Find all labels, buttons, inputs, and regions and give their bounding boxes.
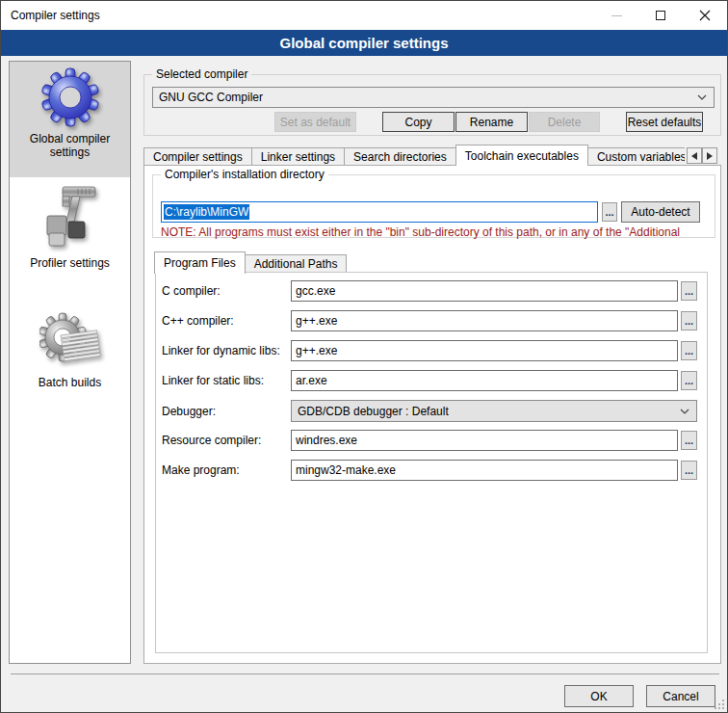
minimize-icon: [611, 15, 622, 16]
auto-detect-button[interactable]: Auto-detect: [621, 201, 700, 223]
maximize-icon: [656, 11, 665, 20]
sidebar-item-global-compiler-settings[interactable]: Global compiler settings: [10, 62, 130, 177]
selected-compiler-dropdown[interactable]: GNU GCC Compiler: [152, 87, 715, 108]
chevron-down-icon: [697, 94, 707, 100]
make-program-browse-button[interactable]: ...: [681, 461, 697, 480]
resource-compiler-browse-button[interactable]: ...: [681, 431, 697, 450]
close-button[interactable]: [683, 1, 727, 30]
tab-compiler-settings[interactable]: Compiler settings: [143, 147, 252, 166]
linker-dynamic-label: Linker for dynamic libs:: [162, 344, 280, 357]
tab-program-files[interactable]: Program Files: [154, 251, 246, 274]
linker-static-label: Linker for static libs:: [162, 374, 264, 387]
compiler-options-tabs: Compiler settings Linker settings Search…: [143, 145, 685, 166]
toolchain-executables-page: Compiler's installation directory C:\ray…: [143, 165, 721, 664]
arrow-right-icon: [707, 152, 713, 160]
reset-defaults-button[interactable]: Reset defaults: [626, 112, 703, 132]
linker-dynamic-browse-button[interactable]: ...: [681, 341, 697, 360]
tab-additional-paths[interactable]: Additional Paths: [245, 254, 348, 273]
resize-grip[interactable]: [715, 700, 724, 709]
c-compiler-browse-button[interactable]: ...: [681, 281, 697, 301]
make-program-input[interactable]: [291, 460, 678, 481]
installation-directory-group-label: Compiler's installation directory: [161, 168, 328, 181]
sidebar-item-label: Global compiler settings: [10, 132, 130, 159]
sidebar-item-label: Batch builds: [39, 376, 101, 389]
minimize-button[interactable]: [594, 1, 638, 30]
blue-gear-icon: [39, 66, 101, 128]
sidebar-item-label: Profiler settings: [30, 256, 110, 270]
arrow-left-icon: [691, 152, 697, 160]
ok-button[interactable]: OK: [564, 685, 634, 707]
chevron-down-icon: [680, 409, 689, 414]
debugger-dropdown[interactable]: GDB/CDB debugger : Default: [291, 400, 697, 422]
sidebar-item-batch-builds[interactable]: Batch builds: [10, 308, 130, 405]
tab-scroll-right-button[interactable]: [702, 147, 717, 164]
set-as-default-button[interactable]: Set as default: [274, 112, 356, 132]
resource-compiler-label: Resource compiler:: [162, 434, 261, 447]
tab-custom-variables[interactable]: Custom variables: [587, 147, 685, 166]
make-program-label: Make program:: [162, 463, 240, 477]
selected-compiler-group-label: Selected compiler: [152, 67, 251, 81]
maximize-button[interactable]: [638, 1, 683, 30]
cpp-compiler-input[interactable]: [291, 310, 678, 331]
delete-button[interactable]: Delete: [529, 112, 600, 132]
installation-directory-group: Compiler's installation directory C:\ray…: [152, 174, 715, 238]
tab-toolchain-executables[interactable]: Toolchain executables: [455, 145, 588, 166]
titlebar[interactable]: Compiler settings: [1, 1, 727, 30]
tab-scroll-left-button[interactable]: [687, 147, 702, 164]
window-title: Compiler settings: [11, 9, 100, 22]
cancel-button[interactable]: Cancel: [646, 685, 715, 707]
footer-divider: [11, 673, 719, 674]
installation-note: NOTE: All programs must exist either in …: [161, 225, 710, 239]
selected-compiler-group: Selected compiler GNU GCC Compiler Set a…: [143, 74, 721, 136]
tab-linker-settings[interactable]: Linker settings: [251, 147, 345, 166]
rename-button[interactable]: Rename: [455, 112, 528, 132]
tab-search-directories[interactable]: Search directories: [344, 147, 456, 166]
sidebar-item-profiler-settings[interactable]: Profiler settings: [10, 183, 130, 281]
debugger-label: Debugger:: [162, 405, 216, 418]
resource-compiler-input[interactable]: [291, 430, 678, 451]
banner-title: Global compiler settings: [279, 35, 448, 51]
gray-gear-stack-icon: [39, 308, 101, 372]
cpp-compiler-browse-button[interactable]: ...: [681, 311, 697, 330]
dialog-banner: Global compiler settings: [1, 30, 727, 56]
c-compiler-input[interactable]: [291, 280, 678, 302]
program-files-tabs: Program Files Additional Paths: [155, 251, 347, 273]
debugger-value: GDB/CDB debugger : Default: [298, 405, 449, 418]
installation-directory-input[interactable]: C:\raylib\MinGW: [161, 201, 598, 223]
installation-directory-value: C:\raylib\MinGW: [164, 204, 249, 220]
compiler-settings-dialog: Compiler settings Global compiler settin…: [0, 0, 728, 713]
copy-button[interactable]: Copy: [382, 112, 455, 132]
linker-static-input[interactable]: [291, 370, 678, 391]
c-compiler-label: C compiler:: [162, 284, 221, 298]
installation-directory-browse-button[interactable]: ...: [602, 202, 617, 222]
close-icon: [699, 10, 711, 21]
settings-category-list: Global compiler settings Profiler settin…: [9, 61, 131, 664]
linker-static-browse-button[interactable]: ...: [681, 371, 697, 390]
cpp-compiler-label: C++ compiler:: [162, 314, 234, 328]
selected-compiler-value: GNU GCC Compiler: [159, 91, 263, 104]
linker-dynamic-input[interactable]: [291, 340, 678, 361]
caliper-icon: [39, 183, 101, 252]
